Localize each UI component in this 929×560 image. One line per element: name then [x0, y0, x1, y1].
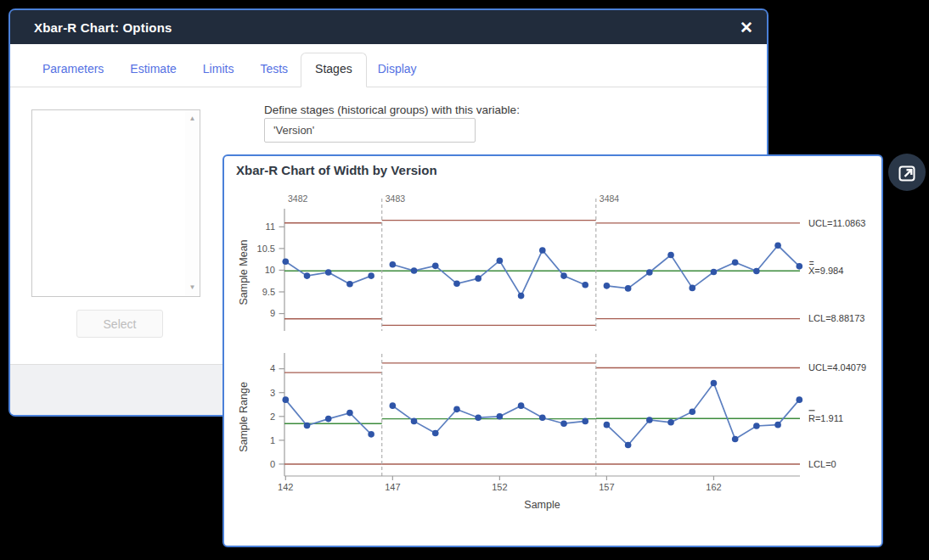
- stage-variable-label: Define stages (historical groups) with t…: [264, 104, 520, 116]
- range-data-point: [646, 417, 653, 423]
- mean-data-point: [475, 275, 481, 282]
- mean-data-point: [667, 252, 674, 259]
- y-tick-label: 11: [266, 221, 275, 232]
- mean-data-point: [625, 285, 632, 292]
- mean-data-point: [753, 268, 760, 275]
- tab-estimate[interactable]: Estimate: [130, 62, 176, 87]
- mean-data-point: [432, 263, 439, 270]
- x-axis-title: Sample: [524, 499, 560, 511]
- y-tick-label: 10: [265, 265, 275, 275]
- tab-limits[interactable]: Limits: [203, 62, 234, 87]
- select-button[interactable]: Select: [76, 310, 163, 338]
- scroll-up-icon[interactable]: ▲: [185, 112, 200, 126]
- x-tick-label: 142: [278, 482, 293, 492]
- mean-data-point: [283, 258, 290, 265]
- range-data-point: [582, 418, 588, 425]
- mean-data-point: [732, 259, 739, 266]
- close-icon[interactable]: ✕: [740, 20, 753, 36]
- scroll-down-icon[interactable]: ▼: [185, 281, 200, 294]
- range-data-point: [732, 436, 739, 443]
- range-data-point: [346, 410, 353, 417]
- chart-window: 99.51010.511Sample Mean348234833484UCL=1…: [222, 154, 883, 547]
- xbar-r-chart: 99.51010.511Sample Mean348234833484UCL=1…: [224, 156, 881, 546]
- mean-data-point: [582, 282, 588, 288]
- mean-data-point: [711, 269, 718, 276]
- mean-data-point: [689, 285, 695, 292]
- y-tick-label: 0: [270, 459, 275, 469]
- range-data-point: [475, 414, 481, 421]
- range-data-point: [283, 396, 290, 403]
- x-tick-label: 147: [385, 482, 400, 492]
- stage-variable-input[interactable]: [264, 118, 476, 143]
- dialog-titlebar[interactable]: Xbar-R Chart: Options ✕: [10, 10, 767, 44]
- range-series-line: [606, 384, 799, 445]
- dialog-title: Xbar-R Chart: Options: [34, 20, 172, 35]
- y-tick-label: 10.5: [257, 244, 275, 254]
- range-data-point: [625, 442, 632, 449]
- limit-annotation: LCL=8.88173: [808, 313, 864, 323]
- mean-data-point: [796, 263, 802, 270]
- range-data-point: [753, 423, 760, 429]
- range-data-point: [667, 419, 674, 426]
- range-axis-title: Sample Range: [238, 382, 250, 452]
- limit-annotation: UCL=4.04079: [808, 362, 866, 372]
- mean-axis-title: Sample Mean: [238, 239, 250, 305]
- tab-bar: Parameters Estimate Limits Tests Stages …: [10, 44, 767, 87]
- mean-data-point: [453, 280, 460, 287]
- tab-parameters[interactable]: Parameters: [42, 62, 104, 87]
- listbox-scrollbar[interactable]: ▲ ▼: [185, 110, 200, 296]
- tab-tests[interactable]: Tests: [260, 62, 288, 87]
- limit-annotation: R=1.911: [808, 413, 843, 423]
- x-tick-label: 157: [599, 482, 614, 492]
- range-data-point: [432, 430, 439, 437]
- range-data-point: [497, 413, 504, 420]
- limit-annotation: LCL=0: [808, 459, 836, 469]
- double-bar: =: [809, 259, 814, 268]
- range-data-point: [796, 396, 802, 403]
- mean-data-point: [560, 272, 567, 279]
- range-data-point: [604, 422, 611, 428]
- mean-data-point: [325, 269, 332, 276]
- y-tick-label: 1: [270, 435, 275, 445]
- range-data-point: [518, 402, 525, 409]
- mean-data-point: [390, 261, 397, 268]
- mean-series-line: [392, 250, 585, 296]
- x-tick-label: 162: [706, 482, 721, 492]
- stage-label: 3484: [600, 193, 620, 204]
- stage-label: 3483: [386, 193, 406, 204]
- range-data-point: [774, 422, 781, 428]
- chart-title: Xbar-R Chart of Width by Version: [236, 163, 437, 177]
- mean-data-point: [411, 267, 418, 274]
- variable-listbox[interactable]: ▲ ▼: [31, 109, 200, 297]
- range-data-point: [411, 418, 418, 425]
- mean-series-line: [606, 245, 799, 288]
- range-data-point: [689, 408, 695, 415]
- external-link-icon: [888, 154, 926, 191]
- stage-label: 3482: [288, 193, 308, 204]
- range-data-point: [390, 402, 397, 409]
- y-tick-label: 9: [270, 308, 275, 318]
- mean-data-point: [539, 247, 546, 254]
- limit-annotation: UCL=11.0863: [808, 218, 865, 228]
- x-tick-label: 152: [492, 482, 507, 492]
- y-tick-label: 2: [270, 412, 275, 422]
- range-data-point: [539, 414, 546, 421]
- tab-display[interactable]: Display: [378, 62, 417, 87]
- mean-data-point: [518, 293, 525, 300]
- range-series-line: [392, 406, 585, 433]
- mean-data-point: [497, 257, 504, 264]
- tab-stages[interactable]: Stages: [301, 53, 367, 87]
- mean-data-point: [646, 269, 653, 276]
- y-tick-label: 9.5: [262, 287, 275, 297]
- range-data-point: [325, 416, 332, 423]
- y-tick-label: 3: [270, 388, 275, 398]
- range-data-point: [453, 406, 460, 413]
- y-tick-label: 4: [270, 363, 275, 373]
- mean-data-point: [346, 281, 353, 288]
- open-in-new-window-button[interactable]: [888, 154, 926, 191]
- mean-data-point: [604, 283, 611, 289]
- range-data-point: [368, 431, 374, 438]
- mean-data-point: [774, 243, 781, 249]
- mean-data-point: [304, 272, 311, 279]
- range-data-point: [560, 420, 567, 427]
